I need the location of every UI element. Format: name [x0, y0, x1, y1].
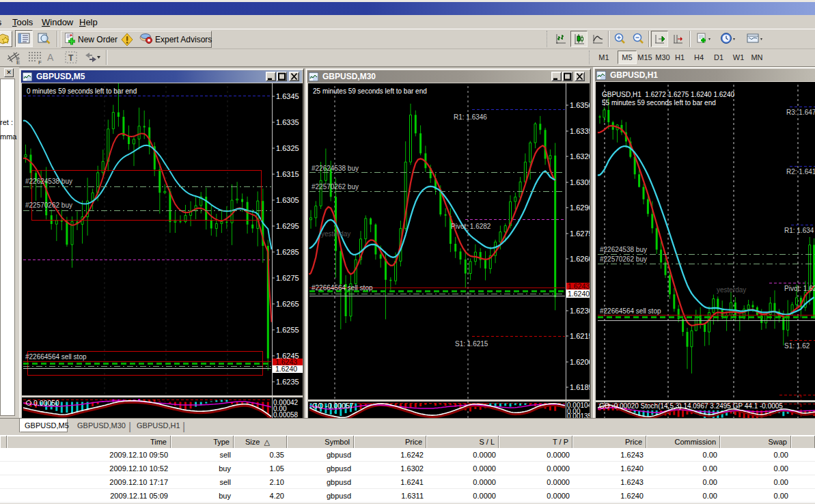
svg-text:0.00050: 0.00050: [33, 399, 59, 407]
svg-text:R1: 1.634: R1: 1.634: [784, 227, 814, 234]
svg-text:25 minutes 59 seconds left to: 25 minutes 59 seconds left to bar end: [313, 87, 427, 95]
svg-text:R1: 1.6346: R1: 1.6346: [454, 113, 487, 121]
svg-text:Pivot: 1.6282: Pivot: 1.6282: [451, 223, 491, 230]
svg-text:1.6285: 1.6285: [276, 248, 299, 256]
svg-text:#22624538 buy: #22624538 buy: [600, 246, 647, 253]
svg-text:Pivot: 1.62: Pivot: 1.62: [784, 285, 815, 292]
svg-text:S1: 1.62: S1: 1.62: [784, 342, 810, 350]
svg-text:#22624538 buy: #22624538 buy: [312, 165, 359, 172]
svg-text:1.6335: 1.6335: [570, 127, 590, 135]
svg-text:1.6240: 1.6240: [275, 365, 297, 373]
svg-text:#22570262 buy: #22570262 buy: [25, 201, 72, 209]
svg-text:1.6215: 1.6215: [570, 332, 590, 340]
svg-text:1.6315: 1.6315: [276, 170, 299, 178]
svg-text:1.6200: 1.6200: [570, 358, 590, 366]
svg-text:0 minutes 59 seconds left to b: 0 minutes 59 seconds left to bar end: [27, 87, 137, 95]
svg-text:yesterday: yesterday: [321, 230, 350, 238]
svg-text:1.6185: 1.6185: [570, 383, 590, 391]
svg-text:#22664564 sell stop: #22664564 sell stop: [600, 307, 661, 315]
svg-text:1.6260: 1.6260: [570, 255, 590, 263]
svg-text:F: F: [38, 59, 42, 65]
svg-text:1.6255: 1.6255: [276, 326, 299, 334]
svg-text:1.6350: 1.6350: [570, 101, 590, 109]
svg-text:E: E: [16, 59, 20, 65]
svg-text:1.6320: 1.6320: [570, 152, 590, 160]
svg-text:R3: 1.647: R3: 1.647: [786, 109, 815, 116]
svg-text:1.6230: 1.6230: [570, 307, 590, 315]
svg-text:0.00058: 0.00058: [273, 411, 299, 418]
svg-text:#22570262 buy: #22570262 buy: [312, 183, 359, 191]
svg-text:S1: 1.6215: S1: 1.6215: [455, 340, 488, 348]
svg-text:GO -0.00020 Stoch(14,5,3) 14.: GO -0.00020 Stoch(14,5,3) 14.0967 3.2495…: [599, 402, 783, 410]
svg-text:1.6240: 1.6240: [568, 290, 590, 298]
svg-text:1.6345: 1.6345: [276, 92, 299, 100]
svg-text:yesterday: yesterday: [717, 286, 746, 294]
svg-text:#22664564 sell stop: #22664564 sell stop: [25, 353, 87, 361]
svg-text:55 minutes 59 seconds left to: 55 minutes 59 seconds left to bar end: [602, 99, 716, 107]
svg-text:1.6290: 1.6290: [570, 204, 590, 212]
svg-text:0.00135: 0.00135: [567, 412, 590, 418]
svg-text:1.6275: 1.6275: [276, 274, 299, 282]
svg-text:1.6305: 1.6305: [570, 178, 590, 186]
svg-text:1.6325: 1.6325: [276, 144, 299, 152]
svg-text:T: T: [68, 53, 74, 63]
svg-text:#22624538 buy: #22624538 buy: [25, 178, 72, 185]
svg-text:#22664564 sell stop: #22664564 sell stop: [312, 284, 373, 292]
svg-text:1.6265: 1.6265: [276, 300, 299, 308]
svg-text:#22570262 buy: #22570262 buy: [600, 255, 647, 263]
svg-text:1.6295: 1.6295: [276, 222, 299, 230]
svg-text:1.6275: 1.6275: [570, 229, 590, 238]
svg-text:GBPUSD,H1 1.6272 1.6275 1.624: GBPUSD,H1 1.6272 1.6275 1.6240 1.6240: [602, 91, 734, 98]
svg-text:GO -0.00057: GO -0.00057: [312, 402, 354, 410]
svg-text:R2: 1.641: R2: 1.641: [786, 168, 815, 176]
svg-text:1.6335: 1.6335: [276, 118, 299, 126]
svg-text:1.6305: 1.6305: [276, 196, 299, 204]
svg-text:1.6235: 1.6235: [276, 378, 299, 386]
